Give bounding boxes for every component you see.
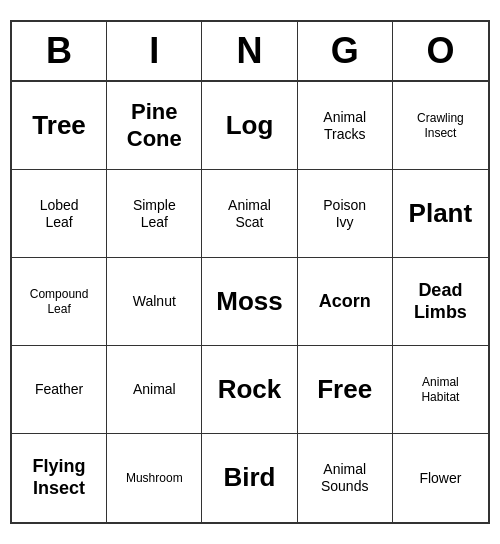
- cell-label: PineCone: [127, 99, 182, 152]
- bingo-cell: AnimalHabitat: [393, 346, 488, 434]
- bingo-cell: CompoundLeaf: [12, 258, 107, 346]
- cell-label: AnimalScat: [228, 197, 271, 231]
- bingo-cell: AnimalSounds: [298, 434, 393, 522]
- bingo-card: BINGO TreePineConeLogAnimalTracksCrawlin…: [10, 20, 490, 524]
- cell-label: PoisonIvy: [323, 197, 366, 231]
- header-letter: G: [298, 22, 393, 80]
- bingo-cell: Bird: [202, 434, 297, 522]
- bingo-cell: LobedLeaf: [12, 170, 107, 258]
- header-letter: O: [393, 22, 488, 80]
- bingo-cell: Plant: [393, 170, 488, 258]
- cell-label: AnimalTracks: [323, 109, 366, 143]
- cell-label: AnimalSounds: [321, 461, 368, 495]
- bingo-cell: Flower: [393, 434, 488, 522]
- cell-label: Moss: [216, 286, 282, 317]
- cell-label: Bird: [223, 462, 275, 493]
- header-letter: B: [12, 22, 107, 80]
- bingo-cell: PoisonIvy: [298, 170, 393, 258]
- bingo-cell: Walnut: [107, 258, 202, 346]
- cell-label: Feather: [35, 381, 83, 398]
- bingo-cell: Free: [298, 346, 393, 434]
- cell-label: Mushroom: [126, 471, 183, 485]
- cell-label: Tree: [32, 110, 86, 141]
- cell-label: DeadLimbs: [414, 280, 467, 323]
- cell-label: CompoundLeaf: [30, 287, 89, 316]
- cell-label: Free: [317, 374, 372, 405]
- bingo-cell: PineCone: [107, 82, 202, 170]
- cell-label: Acorn: [319, 291, 371, 313]
- bingo-cell: Feather: [12, 346, 107, 434]
- bingo-grid: TreePineConeLogAnimalTracksCrawlingInsec…: [12, 82, 488, 522]
- cell-label: CrawlingInsect: [417, 111, 464, 140]
- cell-label: Rock: [218, 374, 282, 405]
- bingo-cell: Acorn: [298, 258, 393, 346]
- cell-label: LobedLeaf: [40, 197, 79, 231]
- bingo-cell: Tree: [12, 82, 107, 170]
- bingo-cell: Mushroom: [107, 434, 202, 522]
- bingo-header: BINGO: [12, 22, 488, 82]
- cell-label: Plant: [409, 198, 473, 229]
- bingo-cell: Log: [202, 82, 297, 170]
- cell-label: AnimalHabitat: [421, 375, 459, 404]
- cell-label: Animal: [133, 381, 176, 398]
- header-letter: N: [202, 22, 297, 80]
- bingo-cell: CrawlingInsect: [393, 82, 488, 170]
- header-letter: I: [107, 22, 202, 80]
- bingo-cell: FlyingInsect: [12, 434, 107, 522]
- cell-label: Walnut: [133, 293, 176, 310]
- cell-label: Flower: [419, 470, 461, 487]
- bingo-cell: Moss: [202, 258, 297, 346]
- bingo-cell: AnimalTracks: [298, 82, 393, 170]
- bingo-cell: SimpleLeaf: [107, 170, 202, 258]
- bingo-cell: DeadLimbs: [393, 258, 488, 346]
- cell-label: FlyingInsect: [33, 456, 86, 499]
- bingo-cell: Rock: [202, 346, 297, 434]
- bingo-cell: Animal: [107, 346, 202, 434]
- cell-label: Log: [226, 110, 274, 141]
- cell-label: SimpleLeaf: [133, 197, 176, 231]
- bingo-cell: AnimalScat: [202, 170, 297, 258]
